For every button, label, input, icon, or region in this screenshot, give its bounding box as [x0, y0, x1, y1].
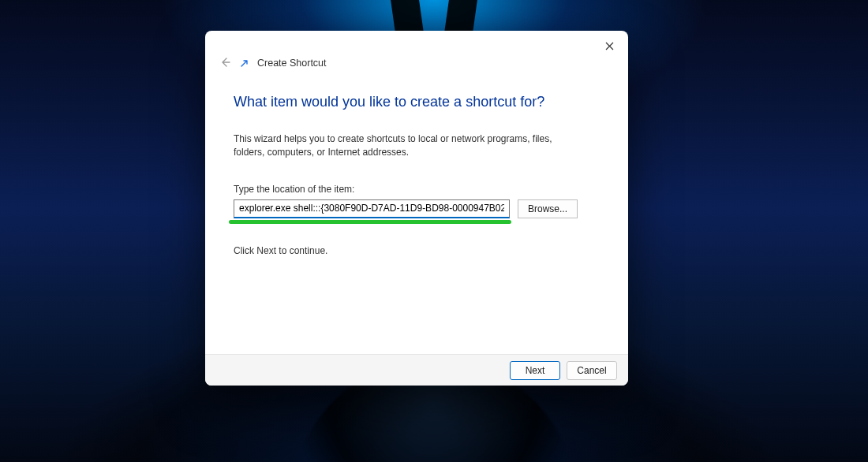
close-icon — [605, 40, 614, 53]
cancel-button[interactable]: Cancel — [567, 361, 617, 380]
close-button[interactable] — [601, 39, 617, 54]
item-location-input[interactable] — [234, 199, 510, 218]
continue-instruction: Click Next to continue. — [234, 245, 600, 256]
browse-button[interactable]: Browse... — [518, 199, 578, 218]
next-button[interactable]: Next — [510, 361, 560, 380]
dialog-title: Create Shortcut — [257, 58, 327, 69]
dialog-headline: What item would you like to create a sho… — [234, 94, 600, 110]
shortcut-arrow-icon — [240, 58, 249, 68]
back-button[interactable] — [218, 56, 232, 70]
desktop-background: Create Shortcut What item would you like… — [0, 0, 868, 462]
dialog-footer: Next Cancel — [205, 354, 628, 386]
item-location-label: Type the location of the item: — [234, 184, 600, 195]
create-shortcut-dialog: Create Shortcut What item would you like… — [205, 31, 628, 386]
dialog-description: This wizard helps you to create shortcut… — [234, 132, 573, 160]
dialog-body: What item would you like to create a sho… — [205, 70, 628, 354]
arrow-left-icon — [219, 57, 230, 70]
annotation-highlight — [229, 220, 511, 224]
